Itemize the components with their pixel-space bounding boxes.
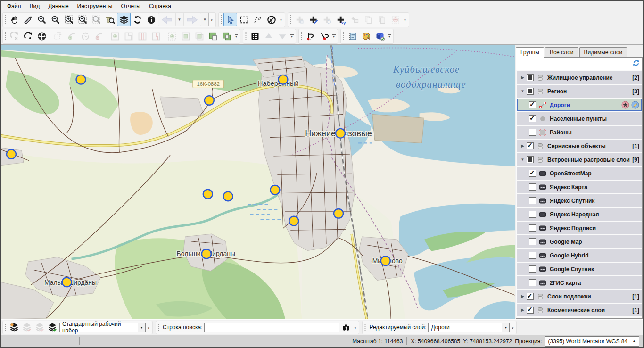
nav-back-icon[interactable] [158, 13, 176, 26]
map-marker[interactable] [202, 249, 211, 259]
chevron-down-icon[interactable]: ▼ [138, 323, 145, 332]
layer-visibility-checkbox[interactable] [529, 183, 536, 191]
layer-row[interactable]: Яндекс Карта [517, 181, 642, 193]
layer-visibility-checkbox[interactable] [529, 170, 536, 177]
layer-row[interactable]: Яндекс Спутник [517, 194, 642, 207]
workspace-combo[interactable]: Стандартный рабочий набор ▼ [59, 323, 146, 332]
draw-object-icon[interactable] [306, 13, 320, 26]
arc-remove-icon[interactable] [92, 29, 106, 43]
vertex-insert-icon[interactable] [108, 29, 122, 43]
layer-visibility-checkbox[interactable] [529, 115, 536, 122]
refresh-map-icon[interactable] [131, 13, 144, 26]
zoom-in-icon[interactable] [35, 13, 49, 26]
layer-row[interactable]: Районы [517, 126, 642, 139]
layer-visibility-checkbox[interactable] [529, 279, 536, 286]
topology-end-point-icon[interactable] [317, 29, 331, 43]
add-object-xy-icon[interactable]: xy [334, 13, 347, 26]
move-record-up-icon[interactable] [262, 29, 275, 43]
measure-ruler-icon[interactable] [21, 13, 35, 26]
layer-row[interactable]: 2ГИС карта [517, 276, 642, 289]
toolbar-overflow-icon[interactable]: ▾ [387, 34, 392, 38]
zoom-window-out-icon[interactable] [76, 13, 90, 26]
objects-sym-diff-icon[interactable] [220, 29, 233, 43]
contour-split-icon[interactable] [149, 29, 163, 43]
zoom-to-region-icon[interactable] [103, 13, 117, 26]
refresh-layers-icon[interactable] [632, 59, 640, 69]
search-input[interactable] [204, 323, 339, 332]
expand-icon[interactable]: ▶ [519, 144, 527, 148]
toolbar-overflow-icon[interactable]: ▾ [402, 18, 408, 21]
zoom-out-icon[interactable] [49, 13, 62, 26]
move-object-icon[interactable] [35, 29, 49, 43]
toolbar-grip[interactable] [4, 15, 7, 25]
menu-item-3[interactable]: Инструменты [73, 1, 117, 11]
map-marker[interactable] [205, 96, 214, 105]
map-canvas[interactable]: 16К-0882 Куйбышевское водохранилище Нижн… [1, 45, 515, 319]
move-record-down-icon[interactable] [275, 29, 289, 43]
layer-group-row[interactable]: ▼Встроенные растровые слои[9] [517, 153, 642, 166]
menu-item-0[interactable]: Файл [3, 1, 25, 11]
menu-item-2[interactable]: Данные [44, 1, 73, 11]
menu-item-1[interactable]: Вид [25, 1, 44, 11]
add-object-icon[interactable] [293, 13, 306, 26]
layer-visibility-checkbox[interactable] [527, 293, 534, 300]
tab-0[interactable]: Группы [516, 47, 544, 58]
transform-rect-icon[interactable] [51, 29, 65, 43]
map-marker[interactable] [381, 256, 390, 265]
map-marker[interactable] [7, 149, 16, 159]
layer-visibility-checkbox[interactable] [529, 265, 536, 273]
toolbar-grip[interactable] [220, 15, 223, 25]
layer-visibility-checkbox[interactable] [529, 197, 536, 204]
layer-row[interactable]: Яндекс Подписи [517, 222, 642, 234]
toolbar-grip[interactable] [364, 322, 366, 332]
toolbar-grip[interactable] [289, 15, 292, 25]
workspace-apply-icon[interactable] [46, 321, 58, 334]
layer-visibility-checkbox[interactable] [529, 252, 536, 259]
layer-visibility-checkbox[interactable] [529, 224, 536, 232]
menu-item-5[interactable]: Справка [145, 1, 175, 11]
workspace-manage-icon[interactable] [8, 321, 20, 334]
object-info-icon[interactable] [144, 13, 158, 26]
layer-edit-icon[interactable] [631, 101, 639, 109]
layer-visibility-checkbox[interactable] [527, 307, 534, 314]
toolbar-overflow-icon[interactable]: ▾ [278, 18, 284, 21]
topology-start-point-icon[interactable] [304, 29, 317, 43]
toolbar-grip[interactable] [4, 322, 7, 332]
copy-object-icon[interactable] [361, 13, 375, 26]
toolbar-overflow-icon[interactable]: ▾ [233, 34, 239, 38]
map-marker[interactable] [334, 209, 343, 218]
delete-object-icon[interactable] [388, 13, 402, 26]
arc-add-icon[interactable] [65, 29, 78, 43]
layer-visibility-checkbox[interactable] [527, 88, 534, 95]
toolbar-overflow-icon[interactable]: ▾ [352, 326, 358, 329]
paste-object-icon[interactable] [375, 13, 388, 26]
objects-subtract-icon[interactable] [206, 29, 220, 43]
contour-continue-icon[interactable] [122, 29, 135, 43]
layer-row[interactable]: OpenStreetMap [517, 167, 642, 180]
expand-icon[interactable]: ▶ [519, 308, 527, 312]
objects-union-icon[interactable] [179, 29, 192, 43]
layer-group-row[interactable]: ▼Регион[3] [517, 85, 642, 98]
find-button[interactable] [339, 321, 352, 334]
toolbar-grip[interactable] [245, 31, 247, 41]
layer-visibility-checkbox[interactable] [527, 74, 534, 81]
collapse-icon[interactable]: ▼ [519, 157, 527, 162]
layer-visibility-checkbox[interactable] [529, 129, 536, 136]
collapse-icon[interactable]: ▼ [519, 89, 527, 93]
contour-add-icon[interactable] [165, 29, 179, 43]
workspace-load-icon[interactable] [33, 321, 46, 334]
menu-item-4[interactable]: Отчеты [116, 1, 144, 11]
workspace-save-icon[interactable] [20, 321, 33, 334]
toolbar-overflow-icon[interactable]: ▾ [209, 18, 215, 21]
toolbar-overflow-icon[interactable]: ▾ [331, 34, 337, 38]
toolbar-grip[interactable] [157, 322, 160, 332]
nav-forward-icon[interactable] [183, 13, 201, 26]
tab-2[interactable]: Видимые слои [579, 47, 627, 57]
selection-clear-icon[interactable] [264, 13, 278, 26]
layer-visibility-checkbox[interactable] [529, 101, 536, 108]
map-marker[interactable] [289, 216, 298, 226]
chevron-down-icon[interactable]: ▼ [201, 13, 209, 26]
layer-visibility-checkbox[interactable] [529, 238, 536, 245]
layer-row[interactable]: Яндекс Народная [517, 208, 642, 221]
layer-filter-input[interactable] [518, 60, 632, 67]
